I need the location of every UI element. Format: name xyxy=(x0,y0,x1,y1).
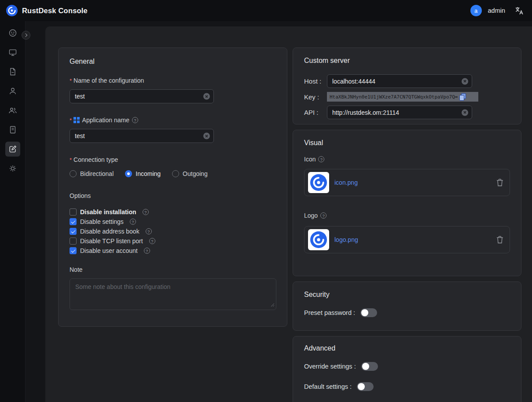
icon-file-link[interactable]: icon.png xyxy=(334,179,358,186)
security-title: Security xyxy=(304,291,510,299)
api-label: API : xyxy=(304,109,327,116)
chevron-right-icon xyxy=(24,33,27,37)
advanced-card: Advanced Override settings : Default set… xyxy=(293,336,521,402)
sidebar-item-settings[interactable] xyxy=(5,161,20,176)
override-settings-label: Override settings : xyxy=(304,363,356,370)
application-name-input[interactable] xyxy=(70,129,214,143)
note-placeholder: Some note about this configuration xyxy=(75,283,170,290)
log-book-icon xyxy=(8,125,17,134)
visual-title: Visual xyxy=(304,139,510,147)
radio-incoming[interactable]: Incoming xyxy=(125,170,161,177)
clear-icon[interactable] xyxy=(203,93,210,100)
logo-file-link[interactable]: logo.png xyxy=(334,236,358,243)
application-name-label: Application name xyxy=(82,117,129,124)
clear-icon[interactable] xyxy=(462,78,468,84)
sidebar-item-devices[interactable] xyxy=(5,45,20,60)
option-disable-tcp-listen-port[interactable]: Disable TCP listen port xyxy=(70,236,276,246)
option-disable-installation[interactable]: Disable installation xyxy=(70,207,276,217)
radio-icon[interactable] xyxy=(70,170,77,177)
app-title: RustDesk Console xyxy=(22,7,88,15)
key-value: HtaXBkJNHyn0e1U1jWXze7A7CN7QTGWqxkOtpaVp… xyxy=(330,94,458,100)
advanced-title: Advanced xyxy=(304,344,510,352)
radio-checked-icon[interactable] xyxy=(125,170,132,177)
checkbox-checked-icon[interactable] xyxy=(70,247,77,254)
trash-icon[interactable] xyxy=(496,179,503,186)
main-area: General Name of the configuration Applic… xyxy=(26,21,532,402)
help-icon[interactable] xyxy=(320,212,327,219)
general-title: General xyxy=(70,58,276,66)
username[interactable]: admin xyxy=(488,7,506,14)
icon-thumbnail xyxy=(308,172,329,193)
sidebar-item-user-groups[interactable] xyxy=(5,103,20,118)
gear-icon xyxy=(8,164,17,173)
note-textarea[interactable]: Some note about this configuration xyxy=(70,278,276,310)
sidebar-item-user[interactable] xyxy=(5,84,20,99)
radio-icon[interactable] xyxy=(172,170,179,177)
sidebar-item-audit[interactable] xyxy=(5,122,20,137)
help-icon[interactable] xyxy=(318,156,324,162)
windows-logo-icon xyxy=(73,117,80,123)
right-column: Custom server Host : Key : HtaXBkJNHyn xyxy=(293,48,521,402)
resize-handle-icon[interactable] xyxy=(271,301,275,308)
override-settings-toggle[interactable] xyxy=(361,362,378,371)
smiley-icon xyxy=(8,29,17,37)
logo-thumbnail xyxy=(308,229,329,250)
help-icon[interactable] xyxy=(143,209,149,215)
key-label: Key : xyxy=(304,93,327,101)
radio-bidirectional[interactable]: Bidirectional xyxy=(70,170,114,177)
general-card: General Name of the configuration Applic… xyxy=(58,48,287,327)
sidebar-item-status[interactable] xyxy=(5,26,20,40)
preset-password-toggle[interactable] xyxy=(360,308,377,317)
logo-label: Logo xyxy=(304,212,318,219)
option-disable-settings[interactable]: Disable settings xyxy=(70,217,276,227)
api-input[interactable] xyxy=(327,106,472,119)
users-icon xyxy=(8,106,17,115)
preset-password-label: Preset password : xyxy=(304,309,355,316)
translate-icon[interactable] xyxy=(515,6,524,15)
sidebar xyxy=(0,21,26,402)
logo-file-box: logo.png xyxy=(304,226,510,253)
content-panel: General Name of the configuration Applic… xyxy=(45,26,532,402)
key-field: HtaXBkJNHyn0e1U1jWXze7A7CN7QTGWqxkOtpaVp… xyxy=(327,92,478,102)
checkbox-icon[interactable] xyxy=(70,238,77,245)
sidebar-item-console-editor[interactable] xyxy=(5,142,20,157)
help-icon[interactable] xyxy=(149,238,155,244)
rustdesk-logo-icon xyxy=(6,5,18,16)
topbar: RustDesk Console a admin xyxy=(0,0,532,21)
default-settings-toggle[interactable] xyxy=(357,382,374,391)
copy-icon[interactable] xyxy=(459,93,466,101)
rustdesk-console-screen: RustDesk Console a admin xyxy=(0,0,532,402)
default-settings-label: Default settings : xyxy=(304,383,352,390)
radio-outgoing[interactable]: Outgoing xyxy=(172,170,208,177)
avatar[interactable]: a xyxy=(470,5,482,16)
connection-type-group: Bidirectional Incoming Outgoing xyxy=(70,170,276,177)
sidebar-item-documents[interactable] xyxy=(5,64,20,79)
icon-label: Icon xyxy=(304,156,316,163)
checkbox-checked-icon[interactable] xyxy=(70,228,77,235)
host-input[interactable] xyxy=(327,74,472,88)
config-name-input[interactable] xyxy=(70,89,214,103)
option-disable-address-book[interactable]: Disable address book xyxy=(70,227,276,236)
clear-icon[interactable] xyxy=(203,133,210,139)
custom-server-card: Custom server Host : Key : HtaXBkJNHyn xyxy=(293,48,521,124)
required-asterisk xyxy=(70,117,73,124)
option-disable-user-account[interactable]: Disable user account xyxy=(70,246,276,256)
connection-type-label: Connection type xyxy=(73,156,118,163)
clear-icon[interactable] xyxy=(462,109,468,116)
help-icon[interactable] xyxy=(146,228,152,234)
help-icon[interactable] xyxy=(144,248,150,254)
checkbox-icon[interactable] xyxy=(70,208,77,216)
required-asterisk xyxy=(70,156,73,163)
trash-icon[interactable] xyxy=(496,236,503,244)
visual-card: Visual Icon icon.png xyxy=(293,130,521,276)
required-asterisk xyxy=(70,77,73,84)
note-label: Note xyxy=(70,266,83,273)
document-icon xyxy=(8,67,17,76)
icon-file-box: icon.png xyxy=(304,169,510,196)
sidebar-collapse-button[interactable] xyxy=(22,31,30,40)
help-icon[interactable] xyxy=(132,117,138,123)
name-label: Name of the configuration xyxy=(73,77,144,84)
checkbox-checked-icon[interactable] xyxy=(70,218,77,225)
options-list: Disable installation Disable settings Di… xyxy=(70,207,276,256)
help-icon[interactable] xyxy=(130,219,136,225)
